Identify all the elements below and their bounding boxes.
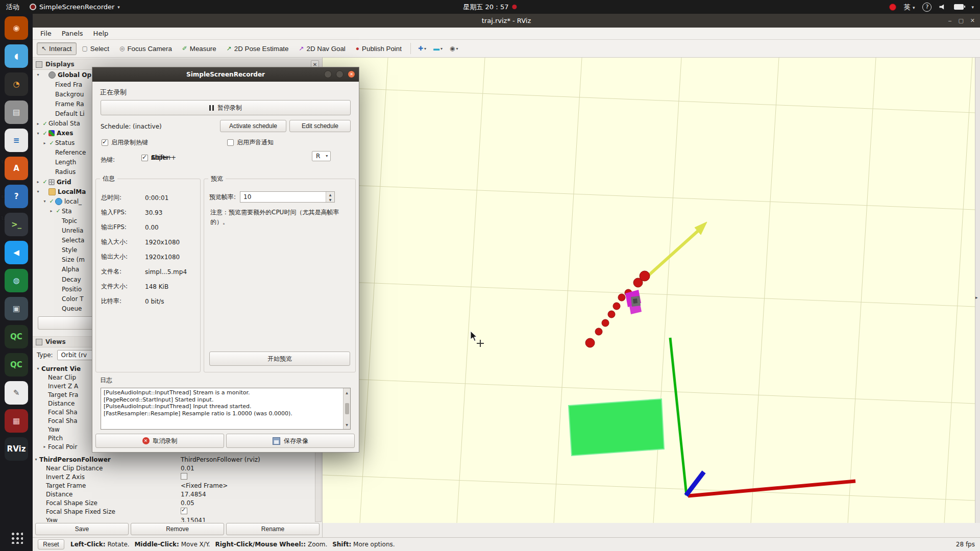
property-row[interactable]: Invert Z Axis <box>33 472 315 481</box>
property-value[interactable]: 0.05 <box>181 499 194 507</box>
checkbox-check-icon[interactable]: ✓ <box>48 140 55 146</box>
dock-launcher-icon[interactable]: RViz <box>5 437 28 461</box>
activities-button[interactable]: 活动 <box>6 3 19 12</box>
toolbar-tool[interactable]: ↗ 2D Pose Estimate <box>222 42 293 55</box>
checkbox-check-icon[interactable]: ✓ <box>41 120 48 127</box>
property-value[interactable]: ThirdPersonFollower (rviz) <box>181 456 260 463</box>
toolbar-tool[interactable]: ↗ 2D Nav Goal <box>294 42 350 55</box>
menu-item[interactable]: Help <box>89 29 113 38</box>
scrollbar-thumb[interactable] <box>345 403 349 414</box>
views-panel-button[interactable]: Rename <box>226 523 320 535</box>
checkbox-check-icon[interactable]: ✓ <box>48 198 55 205</box>
log-output[interactable]: [PulseAudioInput::InputThread] Stream is… <box>101 388 351 430</box>
log-scrollbar[interactable]: ▲ ▼ <box>343 388 350 429</box>
volume-icon[interactable] <box>939 4 946 10</box>
toolbar-tool[interactable]: ● Publish Point <box>351 42 406 55</box>
toolbar-extra-tool[interactable]: ✚ ▾ <box>415 43 429 54</box>
expand-panel-icon[interactable]: ▸ <box>975 295 978 300</box>
menu-item[interactable]: Panels <box>57 29 88 38</box>
toolbar-tool[interactable]: ▢ Select <box>78 42 114 55</box>
expander-icon[interactable]: ▸ <box>41 141 48 145</box>
hotkey-modifier-checkbox[interactable]: Super + <box>141 154 176 161</box>
dock-launcher-icon[interactable]: ≡ <box>5 129 28 152</box>
checkbox[interactable] <box>227 139 234 146</box>
dialog-titlebar[interactable]: SimpleScreenRecorder ✕ <box>92 67 359 82</box>
expander-icon[interactable]: ▾ <box>35 72 41 77</box>
activate-schedule-button[interactable]: Activate schedule <box>220 120 286 132</box>
window-titlebar[interactable]: traj.rviz* - RViz ‒ ▢ ✕ <box>33 14 980 28</box>
toolbar-tool[interactable]: ◎ Focus Camera <box>115 42 177 55</box>
edit-schedule-button[interactable]: Edit schedule <box>289 120 351 132</box>
maximize-icon[interactable] <box>336 70 344 78</box>
dock-launcher-icon[interactable]: ? <box>5 185 28 208</box>
close-icon[interactable]: ✕ <box>970 17 975 24</box>
checkbox[interactable] <box>141 155 148 161</box>
property-value[interactable]: 17.4854 <box>181 491 206 498</box>
dock-launcher-icon[interactable]: ◔ <box>5 72 28 96</box>
expander-icon[interactable]: ▸ <box>35 121 41 126</box>
toolbar-tool[interactable]: ↖ Interact <box>37 42 77 55</box>
minimize-icon[interactable] <box>324 70 332 78</box>
property-row[interactable]: Focal Shape Size 0.05 <box>33 498 315 507</box>
expander-icon[interactable]: ▸ <box>48 209 55 213</box>
app-indicator-menu[interactable]: SimpleScreenRecorder ▾ <box>30 3 120 11</box>
property-row[interactable]: ▾ ThirdPersonFollower ThirdPersonFollowe… <box>33 455 315 464</box>
reset-button[interactable]: Reset <box>38 539 64 549</box>
property-row[interactable]: Near Clip Distance 0.01 <box>33 464 315 472</box>
right-panel-handle[interactable]: ▸ <box>975 58 980 523</box>
recording-indicator-icon[interactable] <box>889 4 896 11</box>
checkbox-check-icon[interactable]: ✓ <box>55 208 62 214</box>
expander-icon[interactable]: ▾ <box>35 366 41 371</box>
dock-launcher-icon[interactable]: ✎ <box>5 381 28 405</box>
dock-launcher-icon[interactable]: ▤ <box>5 101 28 124</box>
property-row[interactable]: Focal Shape Fixed Size <box>33 507 315 516</box>
start-preview-button[interactable]: 开始预览 <box>209 352 350 366</box>
sound-notification-checkbox[interactable]: 启用声音通知 <box>227 138 274 147</box>
close-icon[interactable]: ✕ <box>348 70 355 78</box>
help-icon[interactable]: ? <box>922 3 932 12</box>
system-menu-caret-icon[interactable]: ▾ <box>971 5 974 10</box>
dock-launcher-icon[interactable]: QC <box>5 325 28 348</box>
menu-item[interactable]: File <box>36 29 56 38</box>
show-applications-button[interactable] <box>10 531 23 544</box>
property-value[interactable]: <Fixed Frame> <box>181 482 228 489</box>
clock-menu[interactable]: 星期五 20：57 <box>463 3 517 12</box>
property-row[interactable]: Yaw 3.15041 <box>33 516 315 522</box>
save-recording-button[interactable]: 保存录像 <box>226 434 355 448</box>
property-value[interactable]: 3.15041 <box>181 517 206 522</box>
expander-icon[interactable]: ▾ <box>33 457 39 462</box>
hotkey-key-combobox[interactable]: R ▾ <box>312 151 331 161</box>
dock-launcher-icon[interactable]: ▦ <box>5 409 28 433</box>
expander-icon[interactable]: ▾ <box>35 189 41 194</box>
checkbox-check-icon[interactable]: ✓ <box>41 130 48 137</box>
enable-hotkey-checkbox[interactable]: 启用录制热键 <box>102 138 148 147</box>
property-row[interactable]: Distance 17.4854 <box>33 490 315 498</box>
cancel-recording-button[interactable]: ✕ 取消录制 <box>95 434 224 448</box>
input-method-indicator[interactable]: 英 ▾ <box>904 3 915 12</box>
property-row[interactable]: Target Frame <Fixed Frame> <box>33 481 315 490</box>
maximize-icon[interactable]: ▢ <box>958 17 963 24</box>
expander-icon[interactable]: ▾ <box>35 131 41 136</box>
dock-launcher-icon[interactable]: ▣ <box>5 297 28 320</box>
spinbox-arrows[interactable]: ▲ ▼ <box>326 192 334 202</box>
views-panel-button[interactable]: Remove <box>131 523 224 535</box>
dock-launcher-icon[interactable]: ◍ <box>5 269 28 292</box>
toolbar-extra-tool[interactable]: ◉ ▾ <box>447 43 461 54</box>
dock-launcher-icon[interactable]: ◉ <box>5 16 28 40</box>
property-checkbox[interactable] <box>181 508 187 514</box>
minimize-icon[interactable]: ‒ <box>948 17 951 24</box>
dock-launcher-icon[interactable]: >_ <box>5 213 28 236</box>
expander-icon[interactable]: ▸ <box>35 180 41 184</box>
toolbar-tool[interactable]: ✐ Measure <box>178 42 221 55</box>
dock-launcher-icon[interactable]: QC <box>5 353 28 377</box>
dock-launcher-icon[interactable]: ◀ <box>5 241 28 264</box>
3d-viewport[interactable] <box>323 58 975 523</box>
dock-launcher-icon[interactable]: ◖ <box>5 44 28 68</box>
checkbox-check-icon[interactable]: ✓ <box>41 179 48 185</box>
dock-launcher-icon[interactable]: A <box>5 157 28 180</box>
property-checkbox[interactable] <box>181 473 187 480</box>
property-value[interactable]: 0.01 <box>181 465 194 472</box>
views-panel-button[interactable]: Save <box>35 523 129 535</box>
expander-icon[interactable]: ▾ <box>41 199 48 204</box>
preview-framerate-spinbox[interactable]: 10 ▲ ▼ <box>240 191 335 203</box>
